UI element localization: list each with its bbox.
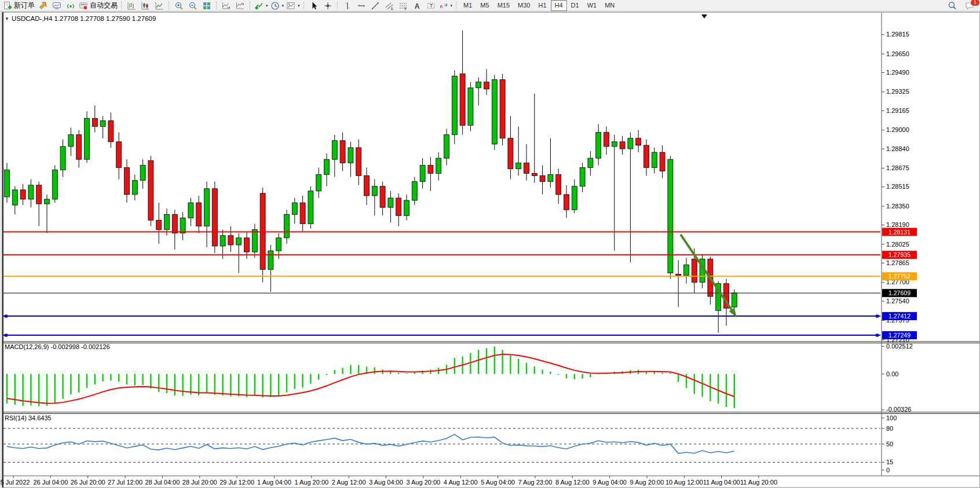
price-tick-label: 1.29490 xyxy=(886,69,909,76)
indicators-button[interactable]: ▾ xyxy=(253,1,269,11)
candle-body xyxy=(308,191,313,224)
timeframe-button-mn[interactable]: MN xyxy=(601,0,619,11)
label-button[interactable]: T xyxy=(424,1,438,11)
candle-body xyxy=(348,148,353,163)
chevron-down-icon: ▾ xyxy=(298,3,300,8)
new-order-button-label: 新订单 xyxy=(14,1,35,10)
timeframe-button-w1[interactable]: W1 xyxy=(583,0,601,11)
gold-arrow-icon xyxy=(38,1,47,10)
candle-body xyxy=(164,214,170,229)
vertical-line-button[interactable] xyxy=(341,1,354,11)
auto-trading-button[interactable]: 自动交易 xyxy=(78,1,119,11)
line-handle[interactable] xyxy=(5,315,8,318)
candlestick-chart-button[interactable] xyxy=(138,1,152,11)
timeframe-button-m5[interactable]: M5 xyxy=(476,0,493,11)
candle-body xyxy=(5,170,10,197)
candle-body xyxy=(76,135,82,160)
chevron-down-icon: ▾ xyxy=(266,3,268,8)
notification-badge: 1 xyxy=(970,0,980,6)
toolbar-separator xyxy=(456,2,457,10)
text-button[interactable]: A xyxy=(410,1,424,11)
time-tick-label: 27 Jul 12:00 xyxy=(108,479,142,486)
timeframe-button-m1[interactable]: M1 xyxy=(459,0,476,11)
timeframe-button-d1[interactable]: D1 xyxy=(567,0,583,11)
line-chart-button[interactable] xyxy=(152,1,166,11)
terminal-icon xyxy=(52,1,61,10)
cursor-icon xyxy=(309,1,319,10)
candle xyxy=(85,111,90,163)
candle-body xyxy=(244,238,250,252)
candle-body xyxy=(396,198,401,215)
candle xyxy=(148,156,153,226)
line-handle[interactable] xyxy=(876,334,879,337)
time-tick-label: 4 Aug 12:00 xyxy=(444,479,478,486)
cursor-button[interactable] xyxy=(307,1,321,11)
crosshair-button[interactable] xyxy=(321,1,335,11)
timeframe-button-h4[interactable]: H4 xyxy=(551,0,567,11)
candle-body xyxy=(540,176,545,182)
line-handle[interactable] xyxy=(876,315,879,318)
price-tick-label: 1.27865 xyxy=(886,259,909,266)
time-tick-label: 1 Aug 04:00 xyxy=(257,479,291,486)
candle-body xyxy=(188,203,193,218)
line-handle[interactable] xyxy=(5,334,8,337)
arrows-button[interactable]: ▾ xyxy=(438,1,454,11)
time-tick-label: 10 Aug 12:00 xyxy=(665,479,703,486)
trendline-button[interactable] xyxy=(368,1,382,11)
chart-shift-button[interactable] xyxy=(233,1,247,11)
candle-body xyxy=(572,186,577,210)
candle-body xyxy=(332,141,337,159)
candle-body xyxy=(420,165,425,181)
signals-button[interactable] xyxy=(64,1,78,11)
candle-body xyxy=(620,142,625,149)
candle-body xyxy=(236,238,242,245)
candle xyxy=(308,186,313,229)
svg-text:F: F xyxy=(404,6,407,10)
templates-button[interactable]: ▾ xyxy=(285,1,301,11)
candle xyxy=(492,75,497,151)
toolbar-separator xyxy=(250,2,251,10)
timeframe-button-m15[interactable]: M15 xyxy=(493,0,514,11)
periods-button[interactable]: ▾ xyxy=(269,1,286,11)
time-tick-label: 3 Aug 04:00 xyxy=(369,479,403,486)
time-tick-label: 28 Jul 04:00 xyxy=(145,479,180,486)
candle-body xyxy=(45,199,50,204)
candle-body xyxy=(12,190,17,205)
timeframe-button-m30[interactable]: M30 xyxy=(514,0,534,11)
zoom-out-button[interactable] xyxy=(186,1,200,11)
trendline-icon xyxy=(371,1,380,10)
candle-body xyxy=(588,158,593,167)
bar-chart-button[interactable] xyxy=(125,1,138,11)
candle-body xyxy=(684,265,689,275)
rsi-tick-label: 100 xyxy=(886,414,897,421)
search-button[interactable] xyxy=(945,1,959,11)
fibonacci-button[interactable]: F xyxy=(396,1,410,11)
rsi-pane[interactable] xyxy=(3,414,880,475)
time-tick-label: 8 Aug 12:00 xyxy=(555,479,590,486)
auto-scroll-button[interactable] xyxy=(220,1,233,11)
candle-body xyxy=(156,221,162,230)
channel-button[interactable]: E xyxy=(382,1,396,11)
candle-body xyxy=(276,238,281,251)
community-button[interactable] xyxy=(50,1,64,11)
zoom-in-button[interactable] xyxy=(172,1,186,11)
new-order-button[interactable]: 新订单 xyxy=(2,1,36,11)
candle-body xyxy=(36,185,42,204)
gold-arrow-button[interactable] xyxy=(36,1,50,11)
candle xyxy=(668,156,673,279)
price-tick-label: 1.28840 xyxy=(886,145,909,152)
chat-button[interactable]: 1 xyxy=(963,1,977,11)
candle-body xyxy=(204,189,210,226)
price-tick-label: 1.27540 xyxy=(886,298,909,304)
horizontal-line-button[interactable] xyxy=(354,1,368,11)
title-collapse-icon[interactable]: ▼ xyxy=(5,16,9,21)
candle-body xyxy=(476,82,481,88)
candle-body xyxy=(356,148,361,176)
price-badge-label: 1.27249 xyxy=(888,332,910,339)
candle-body xyxy=(436,158,441,173)
candle-body xyxy=(292,203,297,214)
timeframe-button-h1[interactable]: H1 xyxy=(534,0,550,11)
candle-body xyxy=(652,152,657,167)
candle-body xyxy=(108,120,114,141)
tile-windows-button[interactable] xyxy=(200,1,214,11)
